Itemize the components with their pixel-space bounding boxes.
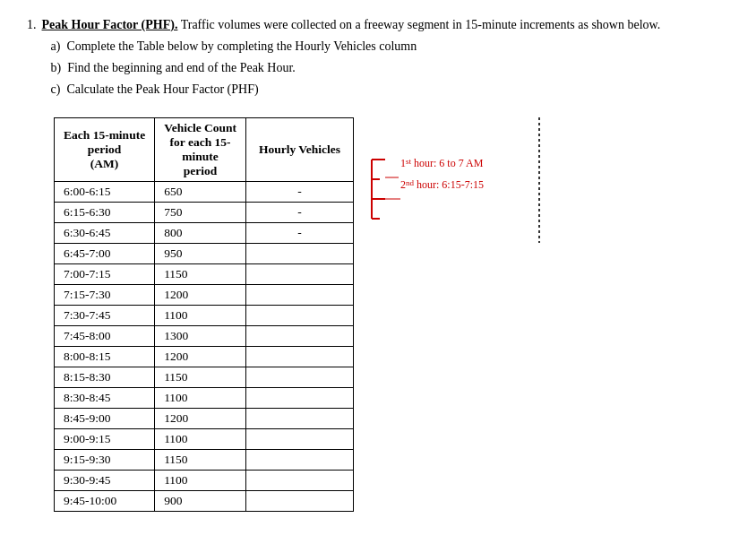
cell-hourly: - (246, 203, 354, 223)
col-header-period: Each 15-minuteperiod(AM) (55, 118, 155, 182)
cell-count: 900 (155, 491, 246, 512)
cell-hourly (246, 450, 354, 471)
cell-period: 7:30-7:45 (55, 306, 155, 326)
table-row: 7:45-8:001300 (55, 326, 354, 347)
cell-period: 6:15-6:30 (55, 203, 155, 223)
table-row: 8:00-8:151200 (55, 347, 354, 367)
phf-title-bold: Peak Hour Factor (PHF). (42, 18, 178, 31)
cell-hourly (246, 326, 354, 347)
cell-hourly (246, 471, 354, 491)
table-row: 7:30-7:451100 (55, 306, 354, 326)
sub-item-b: b) Find the beginning and end of the Pea… (51, 57, 730, 79)
cell-period: 6:30-6:45 (55, 223, 155, 244)
cell-period: 7:45-8:00 (55, 326, 155, 347)
table-row: 6:45-7:00950 (55, 244, 354, 264)
bracket-svg: 1st hour: 6 to 7 AM 2nd hour: 6:15-7:15 (367, 158, 528, 243)
cell-count: 1150 (155, 367, 246, 388)
cell-count: 1100 (155, 388, 246, 409)
cell-hourly (246, 347, 354, 367)
sub-item-c: c) Calculate the Peak Hour Factor (PHF) (51, 79, 730, 100)
sub-item-a: a) Complete the Table below by completin… (51, 36, 730, 57)
cell-count: 950 (155, 244, 246, 264)
table-row: 8:30-8:451100 (55, 388, 354, 409)
vertical-dotted-line (537, 117, 542, 243)
cell-hourly (246, 388, 354, 409)
table-row: 6:15-6:30750- (55, 203, 354, 223)
cell-count: 1100 (155, 471, 246, 491)
cell-hourly (246, 367, 354, 388)
cell-period: 6:00-6:15 (55, 182, 155, 203)
cell-hourly (246, 409, 354, 429)
table-row: 9:15-9:301150 (55, 450, 354, 471)
col-header-count: Vehicle Countfor each 15-minuteperiod (155, 118, 246, 182)
cell-hourly (246, 306, 354, 326)
problem-section: 1. Peak Hour Factor (PHF). Traffic volum… (27, 18, 729, 512)
svg-text:1st hour: 6 to 7 AM: 1st hour: 6 to 7 AM (400, 158, 484, 169)
cell-hourly (246, 285, 354, 306)
cell-hourly (246, 264, 354, 285)
cell-period: 9:30-9:45 (55, 471, 155, 491)
cell-hourly (246, 244, 354, 264)
cell-period: 9:15-9:30 (55, 450, 155, 471)
phf-title-rest: Traffic volumes were collected on a free… (177, 18, 660, 31)
cell-hourly (246, 491, 354, 512)
cell-count: 1200 (155, 409, 246, 429)
svg-text:2nd hour: 6:15-7:15: 2nd hour: 6:15-7:15 (400, 178, 484, 191)
cell-count: 1150 (155, 264, 246, 285)
table-row: 9:30-9:451100 (55, 471, 354, 491)
cell-count: 1300 (155, 326, 246, 347)
table-row: 9:00-9:151100 (55, 429, 354, 450)
cell-count: 1200 (155, 347, 246, 367)
problem-number: 1. (27, 18, 37, 99)
traffic-table: Each 15-minuteperiod(AM) Vehicle Countfo… (54, 117, 354, 512)
cell-hourly: - (246, 182, 354, 203)
cell-period: 9:45-10:00 (55, 491, 155, 512)
cell-count: 1200 (155, 285, 246, 306)
col-header-hourly: Hourly Vehicles (246, 118, 354, 182)
table-row: 8:45-9:001200 (55, 409, 354, 429)
cell-count: 1100 (155, 429, 246, 450)
cell-count: 1100 (155, 306, 246, 326)
table-row: 6:00-6:15650- (55, 182, 354, 203)
problem-content: Peak Hour Factor (PHF). Traffic volumes … (42, 18, 730, 99)
cell-period: 8:15-8:30 (55, 367, 155, 388)
dots-svg (537, 117, 542, 243)
cell-hourly: - (246, 223, 354, 244)
table-section: Each 15-minuteperiod(AM) Vehicle Countfo… (27, 117, 729, 512)
cell-period: 6:45-7:00 (55, 244, 155, 264)
cell-period: 8:30-8:45 (55, 388, 155, 409)
table-row: 6:30-6:45800- (55, 223, 354, 244)
table-row: 9:45-10:00900 (55, 491, 354, 512)
cell-period: 8:00-8:15 (55, 347, 155, 367)
cell-count: 1150 (155, 450, 246, 471)
table-header-row: Each 15-minuteperiod(AM) Vehicle Countfo… (55, 118, 354, 182)
cell-count: 800 (155, 223, 246, 244)
table-body: 6:00-6:15650-6:15-6:30750-6:30-6:45800-6… (55, 182, 354, 512)
cell-period: 9:00-9:15 (55, 429, 155, 450)
cell-period: 7:00-7:15 (55, 264, 155, 285)
table-row: 7:00-7:151150 (55, 264, 354, 285)
cell-count: 750 (155, 203, 246, 223)
problem-header: 1. Peak Hour Factor (PHF). Traffic volum… (27, 18, 729, 99)
annotation-area: 1st hour: 6 to 7 AM 2nd hour: 6:15-7:15 (367, 117, 528, 243)
sub-items: a) Complete the Table below by completin… (51, 36, 730, 99)
cell-period: 7:15-7:30 (55, 285, 155, 306)
problem-title: Peak Hour Factor (PHF). Traffic volumes … (42, 18, 730, 32)
cell-hourly (246, 429, 354, 450)
cell-count: 650 (155, 182, 246, 203)
cell-period: 8:45-9:00 (55, 409, 155, 429)
table-row: 7:15-7:301200 (55, 285, 354, 306)
table-row: 8:15-8:301150 (55, 367, 354, 388)
